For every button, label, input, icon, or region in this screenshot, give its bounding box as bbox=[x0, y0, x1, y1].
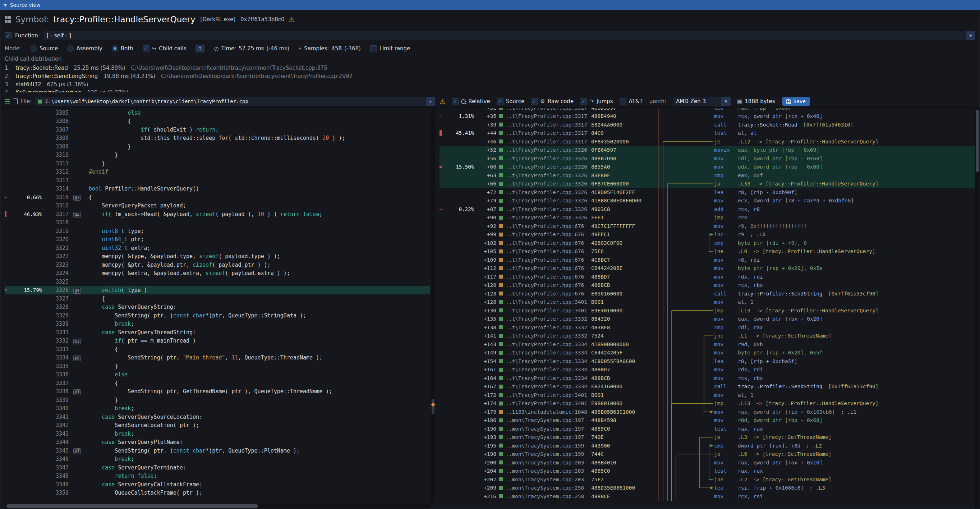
limit-range-toggle[interactable]: ✓ Limit range bbox=[370, 45, 410, 52]
source-line[interactable]: 3306 { bbox=[5, 117, 430, 126]
asm-row[interactable]: +31..t\TracyProfiler.cpp:3317488D5597lea… bbox=[439, 108, 980, 112]
assembly-scrollbar[interactable] bbox=[975, 108, 980, 509]
child-calls-toggle[interactable]: ✓ ↪ Child calls bbox=[143, 45, 186, 52]
asm-row[interactable]: +120..t\TracyProfiler.hpp:676488BCBmovrc… bbox=[439, 281, 980, 290]
source-line[interactable]: 3335 } bbox=[5, 362, 430, 371]
asm-row[interactable]: +186..mon\TracySystem.cpp:197448B4598mov… bbox=[439, 416, 980, 425]
child-call-item[interactable]: 4.KeSynchronizeExecution125 μs (0.27%) bbox=[5, 88, 975, 92]
collapse-icon[interactable]: ▼ bbox=[4, 3, 7, 7]
raw-code-toggle[interactable]: ✓ ⚙ Raw code bbox=[531, 98, 574, 105]
mode-option-both[interactable]: Both bbox=[112, 45, 133, 52]
asm-row[interactable]: +117..t\TracyProfiler.hpp:676488BD7movrd… bbox=[439, 272, 980, 281]
asm-row[interactable]: +56..t\TracyProfiler.cpp:3326488B7D98mov… bbox=[439, 154, 980, 163]
scrollbar-thumb[interactable] bbox=[6, 504, 258, 508]
source-line[interactable]: 3344 case ServerQueryPlotName: bbox=[5, 438, 430, 447]
function-combo[interactable]: [ - self - ] ▼ bbox=[43, 31, 975, 40]
source-line[interactable]: 15.79%3326@9 switch( type ) bbox=[5, 286, 430, 295]
source-line[interactable]: 3322 memcpy( &type, &payload.type, sizeo… bbox=[5, 252, 430, 261]
asm-row[interactable]: +72..t\TracyProfiler.cpp:33264C8D05F146F… bbox=[439, 188, 980, 197]
asm-row[interactable]: +198..mon\TracySystem.cpp:199744Cje.L6->… bbox=[439, 450, 980, 459]
radio-icon[interactable] bbox=[67, 45, 74, 52]
asm-row[interactable]: +39..t\TracyProfiler.cpp:3317E824AA0000c… bbox=[439, 121, 980, 129]
asm-row[interactable]: +123..t\TracyProfiler.hpp:676E850160000c… bbox=[439, 289, 980, 298]
child-call-item[interactable]: 3.stat64i32625 μs (1.36%) bbox=[5, 80, 975, 88]
limit-range-checkbox[interactable]: ✓ bbox=[370, 45, 377, 52]
mode-option-source[interactable]: Source bbox=[30, 45, 58, 52]
asm-row[interactable]: +52..t\TracyProfiler.cpp:33260FB64597mov… bbox=[439, 146, 980, 154]
asm-row[interactable]: +143..t\TracyProfiler.cpp:333441B90B0000… bbox=[439, 340, 980, 349]
source-toggle[interactable]: ✓ Source bbox=[496, 98, 525, 105]
source-line[interactable]: 3324 memcpy( &extra, &payload.extra, siz… bbox=[5, 269, 430, 278]
att-checkbox[interactable]: ✓ bbox=[620, 98, 626, 105]
source-line[interactable]: 3332@3 if( ptr == m_mainThread ) bbox=[5, 337, 430, 345]
asm-row[interactable]: +130..t\TracyProfiler.cpp:3401E9E4010000… bbox=[439, 306, 980, 315]
asm-row[interactable]: +167..t\TracyProfiler.cpp:3334E824160000… bbox=[439, 382, 980, 391]
radio-icon[interactable] bbox=[112, 45, 118, 52]
save-button[interactable]: Save bbox=[782, 97, 810, 106]
source-line[interactable]: 3320 uint64_t ptr; bbox=[5, 235, 430, 244]
source-line[interactable]: 3307 if( shouldExit ) return; bbox=[5, 126, 430, 134]
source-line[interactable]: 3325 bbox=[5, 277, 430, 286]
source-line[interactable]: 3314bool Profiler::HandleServerQuery() bbox=[5, 185, 430, 193]
source-line[interactable]: 3336 else bbox=[5, 371, 430, 379]
raw-code-checkbox[interactable]: ✓ bbox=[531, 98, 538, 105]
asm-row[interactable]: +112..t\TracyProfiler.hpp:676C64424205Em… bbox=[439, 264, 980, 273]
function-checkbox[interactable]: ✓ bbox=[5, 32, 11, 39]
asm-row[interactable]: +216..mon\TracySystem.cpp:258488BCEmovrc… bbox=[439, 492, 980, 501]
asm-row[interactable]: +164..t\TracyProfiler.cpp:3334488BCBmovr… bbox=[439, 374, 980, 382]
source-vertical-scrollbar[interactable] bbox=[431, 108, 435, 503]
asm-row[interactable]: 45.41%+44..t\TracyProfiler.cpp:331784C0t… bbox=[439, 129, 980, 138]
asm-row[interactable]: +172..t\TracyProfiler.cpp:3401B001moval,… bbox=[439, 391, 980, 399]
asm-row[interactable]: +209..mon\TracySystem.cpp:258488D35E8861… bbox=[439, 484, 980, 493]
source-line[interactable]: 3342 SendSourceLocation( ptr ); bbox=[5, 421, 430, 430]
asm-row[interactable]: +46..t\TracyProfiler.cpp:33170F843502000… bbox=[439, 137, 980, 146]
source-line[interactable]: 3346 break; bbox=[5, 455, 430, 464]
asm-row[interactable]: +79..t\TracyProfiler.cpp:3326418B8C80E0B… bbox=[439, 197, 980, 205]
asm-row[interactable]: +154..t\TracyProfiler.cpp:33344C8D055FBA… bbox=[439, 357, 980, 366]
asm-row[interactable]: +92..t\TracyProfiler.hpp:67649C7C1FFFFFF… bbox=[439, 222, 980, 231]
source-line[interactable]: 3316 ServerQueryPacket payload; bbox=[5, 202, 430, 210]
asm-row[interactable]: +193..mon\TracySystem.cpp:197740Eje.L3->… bbox=[439, 433, 980, 442]
source-line[interactable]: 3311 } bbox=[5, 159, 430, 168]
source-line[interactable]: 3327 { bbox=[5, 294, 430, 303]
source-line[interactable]: 3310 } bbox=[5, 151, 430, 160]
asm-row[interactable]: +63..t\TracyProfiler.cpp:332683F80Fcmpea… bbox=[439, 171, 980, 180]
source-line[interactable]: 3323 memcpy( &ptr, &payload.ptr, sizeof(… bbox=[5, 261, 430, 269]
source-line[interactable]: 3338@1 SendString( ptr, GetThreadName( p… bbox=[5, 388, 430, 396]
source-line[interactable]: 3321 uint32_t extra; bbox=[5, 244, 430, 252]
source-line[interactable]: 3347 case ServerQueryTerminate: bbox=[5, 463, 430, 472]
source-line[interactable]: 3333 { bbox=[5, 345, 430, 354]
source-line[interactable]: 3330 break; bbox=[5, 320, 430, 329]
jumps-toggle[interactable]: ✓ ↷ Jumps bbox=[580, 98, 613, 105]
source-line[interactable]: 3331 case ServerQueryThreadString: bbox=[5, 328, 430, 337]
source-line[interactable]: 3349 case ServerQueryCallstackFrame: bbox=[5, 480, 430, 489]
chevron-down-icon[interactable]: ▼ bbox=[721, 97, 730, 106]
source-line[interactable]: 3345@1 SendString( ptr, (const char*)ptr… bbox=[5, 447, 430, 455]
source-line[interactable]: 3309 } bbox=[5, 142, 430, 151]
asm-row[interactable]: +204..mon\TracySystem.cpp:2034885C0testr… bbox=[439, 467, 980, 476]
source-line[interactable]: 46.93%3317@5 if( !m_sock->Read( &payload… bbox=[5, 210, 430, 219]
asm-row[interactable]: +102..t\TracyProfiler.hpp:67642803C0F00c… bbox=[439, 239, 980, 247]
asm-row[interactable]: +200..mon\TracySystem.cpp:203488B4010mov… bbox=[439, 458, 980, 467]
mode-option-assembly[interactable]: Assembly bbox=[67, 45, 102, 52]
source-line[interactable]: 3328 case ServerQueryString: bbox=[5, 303, 430, 312]
source-line[interactable]: 3308 std::this_thread::sleep_for( std::c… bbox=[5, 134, 430, 143]
asm-row[interactable]: 15.50%+60..t\TracyProfiler.cpp:33268B55A… bbox=[439, 163, 980, 172]
source-line[interactable]: 3318 bbox=[5, 219, 430, 227]
asm-row[interactable]: 1.31%+35..t\TracyProfiler.cpp:3317488B49… bbox=[439, 112, 980, 121]
jumps-checkbox[interactable]: ✓ bbox=[580, 98, 587, 105]
scrollbar-thumb[interactable] bbox=[976, 110, 979, 172]
relative-toggle[interactable]: ✓ Relative bbox=[452, 98, 490, 105]
asm-row[interactable]: +174..t\TracyProfiler.cpp:3401E9B8010000… bbox=[439, 399, 980, 408]
source-line[interactable]: 3340 break; bbox=[5, 404, 430, 413]
source-line[interactable]: 3343 break; bbox=[5, 429, 430, 438]
source-checkbox[interactable]: ✓ bbox=[496, 98, 503, 105]
source-line[interactable]: 3313 bbox=[5, 176, 430, 185]
asm-row[interactable]: +207..mon\TracySystem.cpp:20375F2jne.L2-… bbox=[439, 475, 980, 484]
chevron-down-icon[interactable]: ▼ bbox=[426, 97, 435, 106]
source-line[interactable]: 3319 uint8_t type; bbox=[5, 227, 430, 235]
asm-row[interactable]: +66..t\TracyProfiler.cpp:33260F87CE06000… bbox=[439, 180, 980, 188]
source-horizontal-scrollbar[interactable] bbox=[5, 504, 430, 509]
source-line[interactable]: 3337 { bbox=[5, 379, 430, 388]
asm-row[interactable]: +179..1103\include\atomic:1048488B05B63C… bbox=[439, 408, 980, 416]
